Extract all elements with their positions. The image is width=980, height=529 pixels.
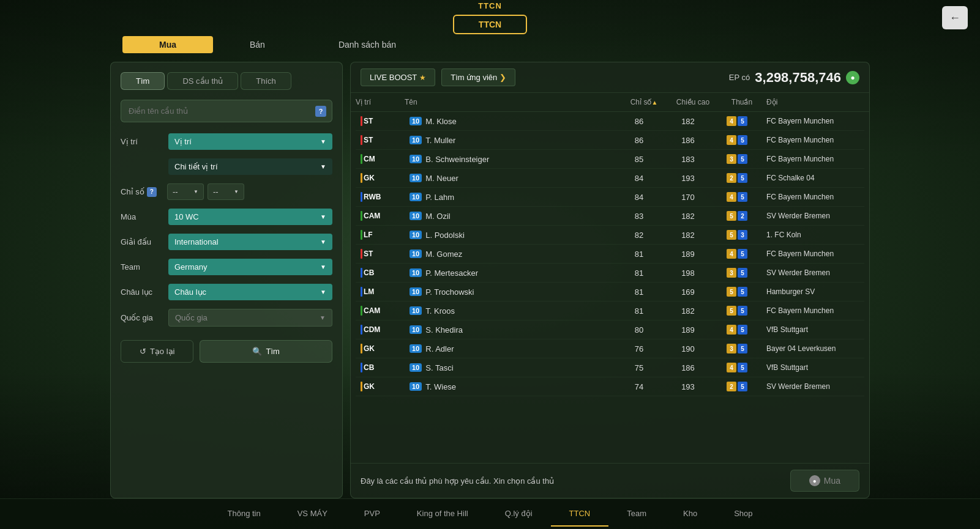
vi-tri-label: Vị trí: [121, 137, 163, 146]
search-tabs: Tìm DS cầu thủ Thích: [121, 72, 332, 90]
giai-dau-select[interactable]: International ▼: [168, 234, 332, 250]
chiso-value: 80: [615, 325, 664, 335]
chiso-value: 81: [615, 250, 664, 259]
chiso-value: 75: [615, 363, 664, 372]
giai-dau-arrow-icon: ▼: [320, 239, 326, 245]
team-value: FC Bayern Munchen: [761, 250, 859, 258]
player-name-cell: 10 P. Lahm: [410, 193, 615, 202]
search-button[interactable]: 🔍 Tìm: [200, 340, 332, 363]
nav-item-ttcn[interactable]: TTCN: [551, 501, 609, 527]
quoc-gia-select[interactable]: Quốc gia ▼: [168, 309, 332, 327]
table-row[interactable]: CM 10 B. Schweinsteiger 85 183 3 5 FC Ba…: [356, 150, 864, 169]
chi-tiet-vi-tri-select[interactable]: Chi tiết vị trí ▼: [168, 158, 332, 175]
thuan-cells: 3 5: [713, 268, 761, 278]
chi-so-label: Chỉ số ?: [121, 187, 163, 197]
position-badge: LM: [361, 287, 410, 297]
table-row[interactable]: GK 10 T. Wiese 74 193 2 5 SV Werder Brem…: [356, 377, 864, 396]
team-value: SV Werder Bremen: [761, 212, 859, 220]
thuan-cells: 5 5: [713, 306, 761, 316]
nav-item-q.lý-đội[interactable]: Q.lý đội: [487, 501, 551, 527]
ep-value: 3,298,758,746: [755, 70, 841, 86]
reset-label: Tạo lại: [150, 347, 175, 356]
subtab-ban[interactable]: Bán: [213, 36, 302, 53]
team-value: Bayer 04 Leverkusen: [761, 344, 859, 353]
chiso-value: 83: [615, 212, 664, 221]
nav-item-pvp[interactable]: PVP: [346, 501, 398, 527]
mua-select[interactable]: 10 WC ▼: [168, 209, 332, 225]
chi-so-max-select[interactable]: -- ▼: [208, 183, 244, 200]
live-boost-button[interactable]: LIVE BOOST ★: [361, 68, 435, 86]
position-badge: CM: [361, 154, 410, 164]
player-name-input[interactable]: [121, 100, 332, 122]
table-header: Vị trí Tên Chỉ số▲ Chiều cao Thuần Đội: [351, 93, 869, 112]
table-row[interactable]: CB 10 P. Mertesacker 81 198 3 5 SV Werde…: [356, 264, 864, 283]
player-name-field: ?: [121, 100, 332, 122]
table-row[interactable]: ST 10 T. Muller 86 186 4 5 FC Bayern Mun…: [356, 131, 864, 150]
table-row[interactable]: RWB 10 P. Lahm 84 170 4 5 FC Bayern Munc…: [356, 188, 864, 207]
quoc-gia-label: Quốc gia: [121, 313, 163, 322]
tab-ttcn[interactable]: TTCN: [453, 15, 527, 34]
chau-luc-select[interactable]: Châu lục ▼: [168, 284, 332, 300]
vi-tri-select[interactable]: Vị trí ▼: [168, 133, 332, 150]
table-row[interactable]: ST 10 M. Klose 86 182 4 5 FC Bayern Munc…: [356, 112, 864, 131]
team-value: FC Bayern Munchen: [761, 306, 859, 315]
rating-badge: 10: [410, 382, 422, 391]
table-row[interactable]: CAM 10 M. Ozil 83 182 5 2 SV Werder Brem…: [356, 207, 864, 226]
reset-button[interactable]: ↺ Tạo lại: [121, 340, 193, 363]
nav-item-shop[interactable]: Shop: [716, 501, 771, 527]
chi-so-min-select[interactable]: -- ▼: [167, 183, 204, 200]
giai-dau-label: Giải đấu: [121, 237, 163, 246]
player-name: S. Tasci: [425, 363, 453, 372]
tab-tim[interactable]: Tìm: [121, 72, 165, 90]
player-name-cell: 10 S. Tasci: [410, 363, 615, 372]
table-row[interactable]: GK 10 M. Neuer 84 193 2 5 FC Schalke 04: [356, 169, 864, 188]
table-row[interactable]: GK 10 R. Adler 76 190 3 5 Bayer 04 Lever…: [356, 339, 864, 358]
rating-badge: 10: [410, 136, 422, 144]
thuan-cells: 4 5: [713, 116, 761, 126]
team-value: VfB Stuttgart: [761, 325, 859, 334]
table-row[interactable]: LM 10 P. Trochowski 81 169 5 5 Hamburger…: [356, 283, 864, 301]
quoc-gia-placeholder: Quốc gia: [175, 313, 208, 322]
tim-ung-vien-button[interactable]: Tìm ứng viên ❯: [441, 68, 515, 86]
table-row[interactable]: CAM 10 T. Kroos 81 182 5 5 FC Bayern Mun…: [356, 301, 864, 320]
tab-thich[interactable]: Thích: [241, 72, 291, 90]
position-badge: LF: [361, 230, 410, 240]
team-value: FC Bayern Munchen: [761, 155, 859, 163]
team-row: Team Germany ▼: [121, 259, 332, 275]
chi-so-help-icon[interactable]: ?: [147, 187, 157, 197]
back-button[interactable]: ←: [942, 6, 968, 29]
rating-badge: 10: [410, 363, 422, 372]
skill-cell-2: 5: [738, 382, 747, 391]
player-name: S. Khedira: [425, 325, 463, 335]
nav-item-king-of-the-hill[interactable]: King of the Hill: [398, 501, 487, 527]
thuan-cells: 3 5: [713, 154, 761, 164]
rating-badge: 10: [410, 155, 422, 163]
buy-button[interactable]: ● Mua: [790, 470, 859, 492]
subtab-danh-sach-ban[interactable]: Danh sách bán: [302, 36, 433, 53]
help-icon[interactable]: ?: [315, 106, 326, 117]
team-label: Team: [121, 262, 163, 272]
table-row[interactable]: CB 10 S. Tasci 75 186 4 5 VfB Stuttgart: [356, 358, 864, 377]
skill-cell-2: 5: [738, 249, 747, 259]
rating-badge: 10: [410, 250, 422, 258]
rating-badge: 10: [410, 306, 422, 315]
position-badge: CB: [361, 363, 410, 372]
tab-ds-cau-thu[interactable]: DS cầu thủ: [167, 72, 238, 90]
nav-item-thông-tin[interactable]: Thông tin: [209, 501, 279, 527]
table-row[interactable]: CDM 10 S. Khedira 80 189 4 5 VfB Stuttga…: [356, 320, 864, 339]
team-select[interactable]: Germany ▼: [168, 259, 332, 275]
skill-cell-2: 5: [738, 344, 747, 353]
vi-tri-value: Vị trí: [174, 137, 192, 146]
skill-cell-1: 5: [727, 306, 736, 316]
nav-item-vs-máy[interactable]: VS MÁY: [279, 501, 346, 527]
chi-so-max-arrow-icon: ▼: [234, 189, 239, 194]
chieucao-value: 186: [664, 136, 713, 145]
rating-badge: 10: [410, 174, 422, 182]
table-row[interactable]: ST 10 M. Gomez 81 189 4 5 FC Bayern Munc…: [356, 245, 864, 264]
nav-item-team[interactable]: Team: [608, 501, 665, 527]
player-name: T. Kroos: [425, 306, 455, 316]
subtab-mua[interactable]: Mua: [122, 36, 213, 53]
team-value: FC Bayern Munchen: [761, 193, 859, 201]
nav-item-kho[interactable]: Kho: [665, 501, 716, 527]
table-row[interactable]: LF 10 L. Podolski 82 182 5 3 1. FC Koln: [356, 226, 864, 245]
